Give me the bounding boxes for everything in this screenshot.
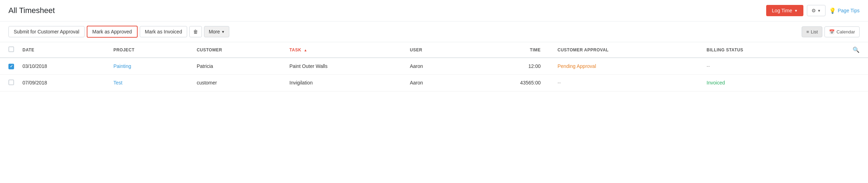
page-title: All Timesheet xyxy=(8,6,55,15)
toolbar-left: Submit for Customer Approval Mark as App… xyxy=(8,26,229,38)
row-date: 03/10/2018 xyxy=(14,58,105,74)
mark-invoiced-button[interactable]: Mark as Invoiced xyxy=(140,26,188,37)
col-header-customer-approval: CUSTOMER APPROVAL xyxy=(549,42,698,58)
row-project[interactable]: Test xyxy=(105,74,188,91)
row-checkbox-cell xyxy=(0,58,14,74)
row-time: 43565:00 xyxy=(467,74,549,91)
col-header-customer: CUSTOMER xyxy=(188,42,281,58)
calendar-icon: 📅 xyxy=(829,29,835,34)
calendar-view-button[interactable]: 📅 Calendar xyxy=(824,26,860,37)
toolbar-right: ≡ List 📅 Calendar xyxy=(802,26,860,37)
submit-approval-button[interactable]: Submit for Customer Approval xyxy=(8,26,85,37)
row-search-col xyxy=(816,74,868,91)
page-tips-label: Page Tips xyxy=(838,8,860,13)
row-time: 12:00 xyxy=(467,58,549,74)
row-date: 07/09/2018 xyxy=(14,74,105,91)
row-task: Paint Outer Walls xyxy=(281,58,401,74)
select-all-header xyxy=(0,42,14,58)
log-time-label: Log Time xyxy=(772,8,792,13)
list-icon: ≡ xyxy=(806,29,809,34)
row-project-link[interactable]: Painting xyxy=(113,63,131,69)
row-customer-approval: -- xyxy=(549,74,698,91)
header-actions: Log Time ▼ ⚙ ▼ 💡 Page Tips xyxy=(766,5,860,16)
gear-icon: ⚙ xyxy=(811,8,816,13)
row-customer: Patricia xyxy=(188,58,281,74)
more-label: More xyxy=(209,29,220,34)
row-checkbox[interactable] xyxy=(8,64,14,69)
timesheet-table: DATE PROJECT CUSTOMER TASK ▲ USER TIME C… xyxy=(0,42,868,92)
row-task: Invigilation xyxy=(281,74,401,91)
page-header: All Timesheet Log Time ▼ ⚙ ▼ 💡 Page Tips xyxy=(0,0,868,21)
more-caret-icon: ▼ xyxy=(221,30,225,34)
col-header-task[interactable]: TASK ▲ xyxy=(281,42,401,58)
row-project[interactable]: Painting xyxy=(105,58,188,74)
col-header-time: TIME xyxy=(467,42,549,58)
table-row: 03/10/2018PaintingPatriciaPaint Outer Wa… xyxy=(0,58,868,74)
page-tips-button[interactable]: 💡 Page Tips xyxy=(829,7,860,14)
mark-approved-button[interactable]: Mark as Approved xyxy=(87,26,138,38)
row-user: Aaron xyxy=(401,74,467,91)
row-billing-status: -- xyxy=(698,58,816,74)
row-customer-approval: Pending Approval xyxy=(549,58,698,74)
more-button[interactable]: More ▼ xyxy=(204,26,229,37)
row-checkbox[interactable] xyxy=(8,80,14,85)
search-button[interactable]: 🔍 xyxy=(853,46,860,53)
table-row: 07/09/2018TestcustomerInvigilationAaron4… xyxy=(0,74,868,91)
delete-button[interactable]: 🗑 xyxy=(189,26,202,37)
row-search-col xyxy=(816,58,868,74)
col-header-billing-status: BILLING STATUS xyxy=(698,42,816,58)
list-view-button[interactable]: ≡ List xyxy=(802,26,822,37)
row-checkbox-cell xyxy=(0,74,14,91)
row-user: Aaron xyxy=(401,58,467,74)
task-sort-icon: ▲ xyxy=(304,48,307,52)
row-customer: customer xyxy=(188,74,281,91)
row-project-link[interactable]: Test xyxy=(113,80,123,86)
calendar-label: Calendar xyxy=(836,29,855,34)
log-time-caret-icon: ▼ xyxy=(794,9,798,13)
settings-caret-icon: ▼ xyxy=(817,9,821,13)
log-time-button[interactable]: Log Time ▼ xyxy=(766,5,803,16)
select-all-checkbox[interactable] xyxy=(8,46,14,52)
col-header-user: USER xyxy=(401,42,467,58)
col-header-search: 🔍 xyxy=(816,42,868,58)
trash-icon: 🗑 xyxy=(193,29,198,34)
col-header-project: PROJECT xyxy=(105,42,188,58)
action-toolbar: Submit for Customer Approval Mark as App… xyxy=(0,21,868,42)
list-label: List xyxy=(811,29,818,34)
table-header-row: DATE PROJECT CUSTOMER TASK ▲ USER TIME C… xyxy=(0,42,868,58)
row-billing-status: Invoiced xyxy=(698,74,816,91)
col-header-date: DATE xyxy=(14,42,105,58)
settings-button[interactable]: ⚙ ▼ xyxy=(807,5,826,16)
bulb-icon: 💡 xyxy=(829,7,836,14)
